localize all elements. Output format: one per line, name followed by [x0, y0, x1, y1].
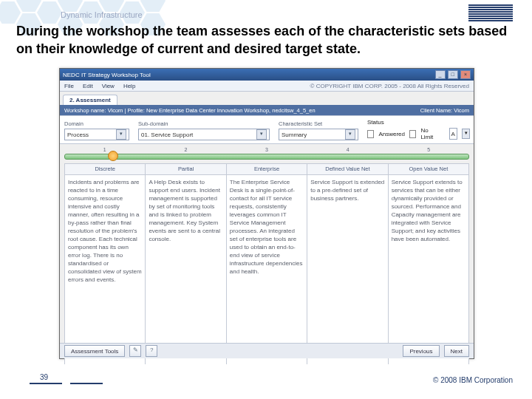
menu-edit[interactable]: Edit [83, 83, 93, 89]
minimize-button[interactable]: _ [435, 70, 446, 79]
subdomain-label: Sub-domain [138, 120, 270, 127]
slide-footer: 39 © 2008 IBM Corporation [0, 369, 532, 392]
help-icon[interactable]: ? [146, 345, 157, 357]
footer-copyright: © 2008 IBM Corporation [433, 376, 513, 384]
nolimit-checkbox[interactable] [409, 130, 416, 138]
chevron-down-icon: ▾ [116, 129, 126, 140]
next-button[interactable]: Next [444, 345, 469, 357]
domain-dropdown[interactable]: Process▾ [64, 129, 129, 140]
titlebar: NEDC IT Strategy Workshop Tool _ □ × [60, 69, 474, 81]
col-header-5: Open Value Net [389, 164, 468, 175]
tab-assessment[interactable]: 2. Assessment [63, 95, 117, 105]
menu-help[interactable]: Help [123, 83, 135, 89]
menu-view[interactable]: View [102, 83, 115, 89]
col-body-2: A Help Desk exists to support end users.… [146, 175, 225, 364]
letter-dropdown[interactable]: A [449, 128, 457, 140]
nolimit-label: No Limit [420, 127, 438, 140]
brand-tagline: Dynamic Infrastructure [61, 10, 143, 19]
col-body-5: Service Support extends to services that… [389, 175, 468, 364]
slider-thumb[interactable] [108, 151, 118, 161]
maturity-slider[interactable]: 1 2 3 4 5 [64, 147, 469, 162]
previous-button[interactable]: Previous [403, 345, 439, 357]
answered-label: Answered [378, 131, 405, 137]
status-label: Status [367, 119, 470, 126]
col-body-1: Incidents and problems are reacted to in… [65, 175, 145, 364]
app-copyright: © COPYRIGHT IBM CORP. 2005 - 2008 All Ri… [310, 83, 469, 89]
assessment-tools-button[interactable]: Assessment Tools [64, 345, 125, 357]
slide-headline: During the workshop the team assesses ea… [16, 22, 516, 58]
charset-dropdown[interactable]: Summary▾ [279, 129, 358, 140]
answered-checkbox[interactable] [367, 130, 374, 138]
profile-right: Client Name: Vicom [420, 107, 469, 114]
maximize-button[interactable]: □ [448, 70, 458, 79]
chevron-down-icon: ▾ [345, 129, 355, 140]
subdomain-dropdown[interactable]: 01. Service Support▾ [138, 129, 270, 140]
menubar: File Edit View Help © COPYRIGHT IBM CORP… [60, 81, 474, 92]
chevron-down-icon[interactable]: ▾ [462, 129, 471, 139]
col-header-1: Discrete [65, 164, 145, 175]
close-button[interactable]: × [460, 70, 471, 79]
tool-icon[interactable]: ✎ [129, 345, 141, 357]
col-body-4: Service Support is extended to a pre-def… [307, 175, 387, 364]
col-header-3: Enterprise [227, 164, 307, 175]
maturity-columns: DiscreteIncidents and problems are react… [64, 163, 469, 364]
window-title: NEDC IT Strategy Workshop Tool [63, 72, 151, 78]
page-number: 39 [40, 373, 48, 381]
workshop-tool-window: NEDC IT Strategy Workshop Tool _ □ × Fil… [59, 68, 474, 359]
bottom-toolbar: Assessment Tools ✎ ? Previous Next [60, 343, 474, 358]
chevron-down-icon: ▾ [256, 129, 267, 140]
col-header-4: Defined Value Net [307, 164, 387, 175]
profile-bar: Workshop name: Vicom | Profile: New Ente… [60, 105, 474, 115]
menu-file[interactable]: File [64, 83, 74, 89]
col-body-3: The Enterprise Service Desk is a single-… [227, 175, 307, 364]
charset-label: Characteristic Set [279, 120, 358, 127]
profile-left: Workshop name: Vicom | Profile: New Ente… [64, 107, 316, 114]
slider-track [64, 154, 469, 160]
col-header-2: Partial [146, 164, 225, 175]
window-controls: _ □ × [434, 70, 471, 79]
domain-label: Domain [64, 120, 129, 127]
selector-row: Domain Process▾ Sub-domain 01. Service S… [60, 115, 474, 144]
ibm-logo [468, 4, 513, 21]
